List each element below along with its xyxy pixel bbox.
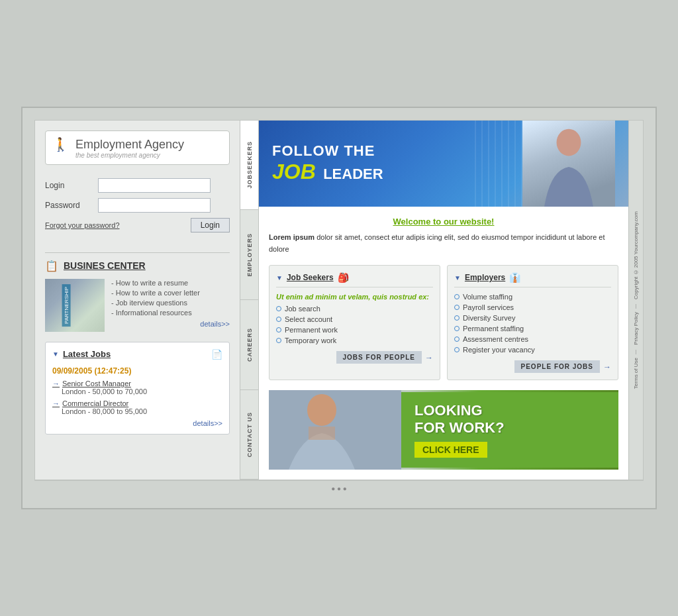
list-item: Volume staffing — [454, 293, 611, 301]
bc-header: 📋 BUSINES CENTER — [45, 260, 230, 272]
bc-content: PARTNERSHIP How to write a resume How to… — [45, 279, 230, 332]
bottom-person-image — [269, 390, 401, 470]
privacy-policy-link[interactable]: Privacy Policy — [633, 312, 639, 345]
login-label: Login — [45, 181, 98, 190]
main-container: 🚶 Employment Agency the best employment … — [34, 120, 644, 480]
bottom-looking-text: LOOKING FOR WORK? — [414, 402, 605, 437]
intro-bold: Lorem ipsum — [269, 233, 315, 241]
right-panel: FOLLOW THE JOB LEADER — [259, 121, 628, 480]
bc-list: How to write a resume How to write a cov… — [111, 279, 230, 317]
forgot-password-link[interactable]: Forgot your password? — [45, 221, 120, 229]
lj-job-link-1[interactable]: Senior Cost Manager — [52, 380, 222, 387]
bullet-icon — [454, 347, 460, 352]
bullet-icon — [276, 317, 281, 322]
bullet-icon — [276, 306, 281, 311]
emp-item-4: Permanent staffing — [463, 325, 524, 333]
banner-job-text: JOB — [272, 160, 316, 183]
lj-header: ▼ Latest Jobs 📄 — [52, 349, 222, 360]
employers-box: ▼ Employers 👔 Volume staffing Payroll se… — [447, 265, 618, 380]
bc-links: How to write a resume How to write a cov… — [111, 279, 230, 332]
two-cols: ▼ Job Seekers 🎒 Ut enim ad minim ut vela… — [269, 265, 618, 380]
nav-employers[interactable]: EMPLOYERS — [240, 210, 258, 300]
list-item: Permanent staffing — [454, 325, 611, 333]
list-item: Select account — [276, 315, 433, 323]
login-input[interactable] — [98, 178, 211, 193]
js-item-4: Temporary work — [285, 336, 336, 344]
password-input[interactable] — [98, 198, 211, 213]
copyright-bar: Copyright © 2005 Yourcompany.com | Priva… — [628, 121, 643, 480]
bc-image-label: PARTNERSHIP — [62, 284, 71, 327]
person-svg — [529, 127, 608, 207]
emp-item-5: Assessment centres — [463, 335, 528, 343]
intro-rest: dolor sit amet, consect etur adipis icin… — [269, 233, 605, 253]
lj-arrow-icon: ▼ — [52, 350, 59, 358]
bc-icon: 📋 — [45, 260, 58, 272]
bc-image: PARTNERSHIP — [45, 279, 105, 332]
logo-figure-icon: 🚶 — [52, 136, 69, 152]
bottom-banner: LOOKING FOR WORK? CLICK HERE — [269, 390, 618, 470]
list-item: Job search — [276, 305, 433, 313]
lj-clipboard-icon: 📄 — [211, 349, 222, 360]
list-item: Diversity Survey — [454, 314, 611, 322]
nav-jobseekers-label: JOBSEEKERS — [246, 141, 253, 189]
job-seekers-box: ▼ Job Seekers 🎒 Ut enim ad minim ut vela… — [269, 265, 440, 380]
banner-text: FOLLOW THE JOB LEADER — [272, 142, 383, 184]
nav-careers-label: CAREERS — [246, 328, 253, 362]
person-silhouette — [522, 121, 615, 207]
login-row: Login — [45, 178, 230, 193]
people-for-jobs-button[interactable]: PEOPLE FOR JOBS — [514, 360, 600, 373]
emp-title: Employers — [465, 273, 505, 282]
list-item: Assessment centres — [454, 335, 611, 343]
bottom-bar: ● ● ● — [34, 480, 644, 496]
login-button[interactable]: Login — [191, 218, 230, 232]
emp-item-3: Diversity Survey — [463, 314, 515, 322]
password-label: Password — [45, 201, 98, 210]
list-item: Permanent work — [276, 326, 433, 334]
bottom-line1: LOOKING — [414, 402, 483, 419]
emp-list: Volume staffing Payroll services Diversi… — [454, 293, 611, 354]
login-form: Login Password Forgot your password? Log… — [45, 175, 230, 246]
site-title: Employment Agency — [75, 138, 219, 152]
emp-item-2: Payroll services — [463, 303, 514, 311]
svg-rect-3 — [309, 427, 335, 440]
hero-banner: FOLLOW THE JOB LEADER — [259, 121, 628, 207]
lj-job-2: Commercial Director London - 80,000 to 9… — [52, 399, 222, 415]
password-row: Password — [45, 198, 230, 213]
js-bag-icon: 🎒 — [338, 272, 349, 283]
emp-footer: PEOPLE FOR JOBS → — [454, 360, 611, 373]
js-arrow-icon: ▼ — [276, 274, 283, 282]
nav-careers[interactable]: CAREERS — [240, 300, 258, 390]
intro-text: Lorem ipsum dolor sit amet, consect etur… — [269, 232, 618, 255]
banner-line1: FOLLOW THE — [272, 142, 383, 160]
lj-location-1: London - 50,000 to 70,000 — [52, 387, 222, 395]
banner-leader-text: LEADER — [323, 166, 383, 182]
lj-job-1: Senior Cost Manager London - 50,000 to 7… — [52, 380, 222, 395]
lj-title-row: ▼ Latest Jobs — [52, 349, 111, 359]
forgot-row: Forgot your password? Login — [45, 218, 230, 232]
bullet-icon — [454, 326, 460, 331]
bottom-click-here-button[interactable]: CLICK HERE — [414, 442, 487, 458]
emp-item-1: Volume staffing — [463, 293, 512, 301]
nav-contact[interactable]: CONTACT US — [240, 390, 258, 480]
copyright-sep-1: | — [635, 303, 636, 309]
list-item: Informational resources — [111, 309, 230, 317]
copyright-sep-2: | — [635, 348, 636, 354]
bullet-icon — [454, 305, 460, 310]
nav-jobseekers[interactable]: JOBSEEKERS — [240, 121, 258, 211]
terms-of-use-link[interactable]: Terms of Use — [633, 358, 639, 389]
lj-job-link-2[interactable]: Commercial Director — [52, 399, 222, 407]
bc-title: BUSINES CENTER — [64, 260, 146, 271]
js-item-1: Job search — [285, 305, 320, 313]
list-item: How to write a resume — [111, 279, 230, 287]
bottom-person-svg — [269, 390, 401, 470]
js-footer: JOBS FOR PEOPLE → — [276, 351, 433, 364]
outer-wrapper: 🚶 Employment Agency the best employment … — [21, 107, 657, 509]
js-item-2: Select account — [285, 315, 332, 323]
copyright-text: Copyright © 2005 Yourcompany.com — [633, 211, 639, 299]
bc-details-link[interactable]: details>> — [111, 320, 230, 328]
lj-details-link[interactable]: details>> — [52, 419, 222, 427]
banner-person-image — [522, 121, 615, 207]
js-item-3: Permanent work — [285, 326, 338, 334]
list-item: Payroll services — [454, 303, 611, 311]
jobs-for-people-button[interactable]: JOBS FOR PEOPLE — [336, 351, 422, 364]
